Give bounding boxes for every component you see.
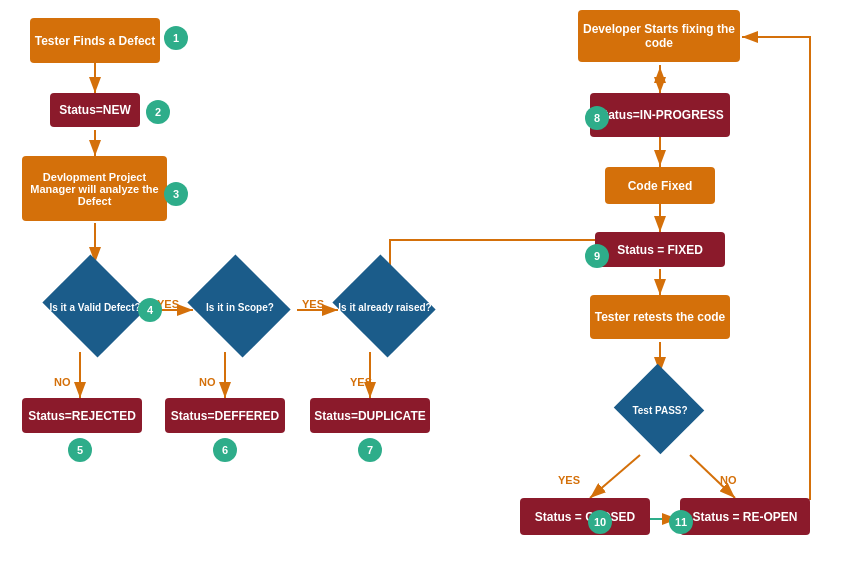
already-raised-diamond: Is it already raised? [335,262,435,352]
dev-analyze-box: Devlopment Project Manager will analyze … [22,156,167,221]
status-new-box: Status=NEW [50,93,140,127]
tester-retests-box: Tester retests the code [590,295,730,339]
status-inprogress-box: Status=IN-PROGRESS [590,93,730,137]
label-no1: NO [54,376,71,388]
status-fixed-box: Status = FIXED [595,232,725,267]
label-no-pass: NO [720,474,737,486]
is-in-scope-diamond: Is it in Scope? [190,262,290,352]
badge-5: 5 [68,438,92,462]
label-yes3: YES [350,376,372,388]
status-rejected-box: Status=REJECTED [22,398,142,433]
code-fixed-box: Code Fixed [605,167,715,204]
status-deffered-box: Status=DEFFERED [165,398,285,433]
badge-4: 4 [138,298,162,322]
status-closed-box: Status = CLOSED [520,498,650,535]
badge-10: 10 [588,510,612,534]
badge-8: 8 [585,106,609,130]
status-reopen-box: Status = RE-OPEN [680,498,810,535]
flowchart: Tester Finds a Defect Status=NEW Devlopm… [0,0,850,582]
badge-9: 9 [585,244,609,268]
badge-3: 3 [164,182,188,206]
test-pass-diamond: Test PASS? [618,370,702,450]
is-valid-diamond: Is it a Valid Defect? [45,262,145,352]
svg-line-15 [590,455,640,498]
label-yes2: YES [302,298,324,310]
dev-starts-box: Developer Starts fixing the code [578,10,740,62]
badge-7: 7 [358,438,382,462]
tester-finds-box: Tester Finds a Defect [30,18,160,63]
badge-11: 11 [669,510,693,534]
label-yes-pass: YES [558,474,580,486]
badge-1: 1 [164,26,188,50]
status-duplicate-box: Status=DUPLICATE [310,398,430,433]
badge-2: 2 [146,100,170,124]
badge-6: 6 [213,438,237,462]
label-no2: NO [199,376,216,388]
